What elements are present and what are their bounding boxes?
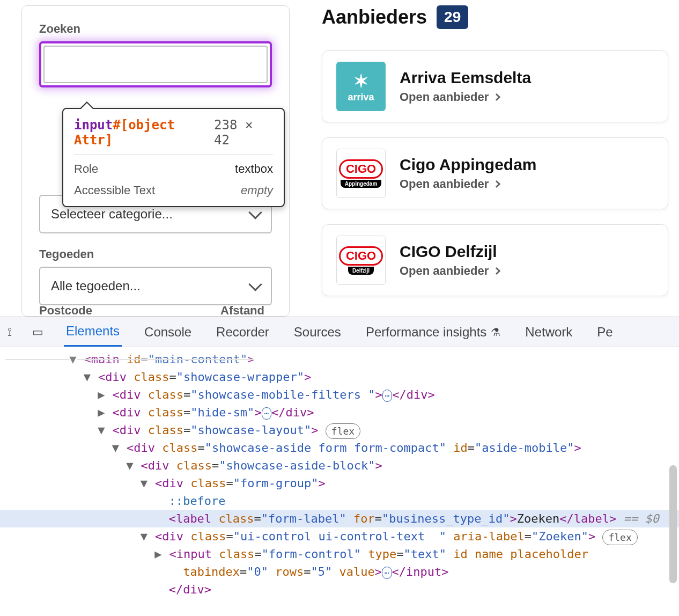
devtools-tab-elements[interactable]: Elements: [64, 317, 122, 347]
devtools-tab-network[interactable]: Network: [523, 318, 574, 346]
provider-info: Cigo AppingedamOpen aanbieder: [400, 156, 654, 191]
tegoeden-placeholder: Alle tegoeden...: [51, 278, 141, 294]
provider-logo: CIGODelfzijl: [336, 236, 386, 285]
chevron-right-icon: [493, 93, 500, 101]
provider-logo: CIGOAppingedam: [336, 149, 386, 198]
open-provider-link[interactable]: Open aanbieder: [400, 177, 654, 191]
inspector-highlight: [39, 41, 272, 87]
scrollbar[interactable]: [669, 465, 677, 583]
devtools-tab-performance-insights[interactable]: Performance insights⚗: [364, 318, 503, 346]
provider-card[interactable]: CIGODelfzijlCIGO DelfzijlOpen aanbieder: [322, 224, 668, 296]
results-count-badge: 29: [437, 5, 468, 29]
tooltip-dimensions: 238 × 42: [214, 118, 273, 148]
tooltip-role-label: Role: [74, 162, 98, 176]
dom-line[interactable]: ▼ <main id="main-content">: [0, 350, 679, 368]
devtools-panel: ⟟ ▭ ElementsConsoleRecorderSourcesPerfor…: [0, 317, 679, 616]
tooltip-acctext-label: Accessible Text: [74, 184, 155, 197]
filter-panel: Zoeken input#[object Attr] 238 × 42 Role…: [21, 5, 290, 317]
search-input[interactable]: [43, 46, 268, 83]
devtools-tabbar: ⟟ ▭ ElementsConsoleRecorderSourcesPerfor…: [0, 317, 679, 347]
dom-line[interactable]: ▶ <div class="hide-sm">⋯</div>: [0, 404, 679, 421]
tegoeden-label: Tegoeden: [39, 247, 272, 261]
results-title: Aanbieders: [322, 6, 427, 28]
tooltip-row-role: Role textbox: [74, 155, 273, 176]
dom-line[interactable]: ▼ <div class="ui-control ui-control-text…: [0, 527, 679, 545]
provider-card[interactable]: CIGOAppingedamCigo AppingedamOpen aanbie…: [322, 137, 668, 209]
dom-tree[interactable]: ▼ <main id="main-content"> ▼ <div class=…: [0, 347, 679, 616]
chevron-right-icon: [493, 180, 500, 188]
tooltip-acctext-value: empty: [241, 184, 273, 197]
provider-info: Arriva EemsdeltaOpen aanbieder: [400, 69, 654, 104]
provider-card[interactable]: ✶arrivaArriva EemsdeltaOpen aanbieder: [322, 50, 668, 122]
dom-line[interactable]: ▼ <div class="showcase-layout"> flex: [0, 421, 679, 439]
search-label: Zoeken: [39, 22, 272, 36]
dom-line[interactable]: ▼ <div class="showcase-wrapper">: [0, 368, 679, 386]
provider-name: CIGO Delfzijl: [400, 243, 654, 261]
results-panel: Aanbieders 29 ✶arrivaArriva EemsdeltaOpe…: [322, 5, 679, 317]
devtools-tab-sources[interactable]: Sources: [292, 318, 343, 346]
tooltip-tag: input: [74, 118, 113, 133]
provider-name: Arriva Eemsdelta: [400, 69, 654, 87]
dom-line[interactable]: </div>: [0, 581, 679, 598]
category-placeholder: Selecteer categorie...: [51, 207, 173, 222]
provider-name: Cigo Appingedam: [400, 156, 654, 174]
open-provider-link[interactable]: Open aanbieder: [400, 264, 654, 278]
provider-info: CIGO DelfzijlOpen aanbieder: [400, 243, 654, 278]
provider-logo: ✶arriva: [336, 62, 386, 111]
postcode-label: Postcode: [39, 304, 92, 318]
tooltip-header: input#[object Attr] 238 × 42: [74, 118, 273, 155]
inspect-icon[interactable]: ⟟: [8, 325, 12, 339]
cut-labels: Postcode Afstand: [39, 304, 264, 318]
flask-icon: ⚗: [491, 326, 500, 339]
dom-line[interactable]: tabindex="0" rows="5" value>⋯</input>: [0, 563, 679, 581]
devtools-tab-pe[interactable]: Pe: [595, 318, 615, 346]
tooltip-row-acctext: Accessible Text empty: [74, 176, 273, 197]
afstand-label: Afstand: [220, 304, 264, 318]
chevron-down-icon: [248, 206, 262, 219]
dom-line[interactable]: ::before: [0, 492, 679, 510]
device-toggle-icon[interactable]: ▭: [32, 325, 43, 339]
tegoeden-select[interactable]: Alle tegoeden...: [39, 267, 272, 305]
devtools-tab-console[interactable]: Console: [142, 318, 194, 346]
dom-line[interactable]: ▼ <div class="showcase-aside form form-c…: [0, 439, 679, 457]
dom-line[interactable]: ▶ <div class="showcase-mobile-filters ">…: [0, 386, 679, 404]
dom-line[interactable]: ▼ <div class="showcase-aside-block">: [0, 457, 679, 474]
dom-line[interactable]: <label class="form-label" for="business_…: [0, 510, 679, 527]
dom-line[interactable]: ▶ <input class="form-control" type="text…: [0, 545, 679, 563]
inspector-tooltip: input#[object Attr] 238 × 42 Role textbo…: [62, 108, 285, 207]
results-header: Aanbieders 29: [322, 5, 668, 29]
dom-line[interactable]: ▼ <div class="form-group">: [0, 474, 679, 492]
devtools-tab-recorder[interactable]: Recorder: [214, 318, 271, 346]
open-provider-link[interactable]: Open aanbieder: [400, 90, 654, 104]
tooltip-role-value: textbox: [235, 162, 273, 176]
chevron-right-icon: [493, 267, 500, 275]
chevron-down-icon: [248, 277, 262, 291]
